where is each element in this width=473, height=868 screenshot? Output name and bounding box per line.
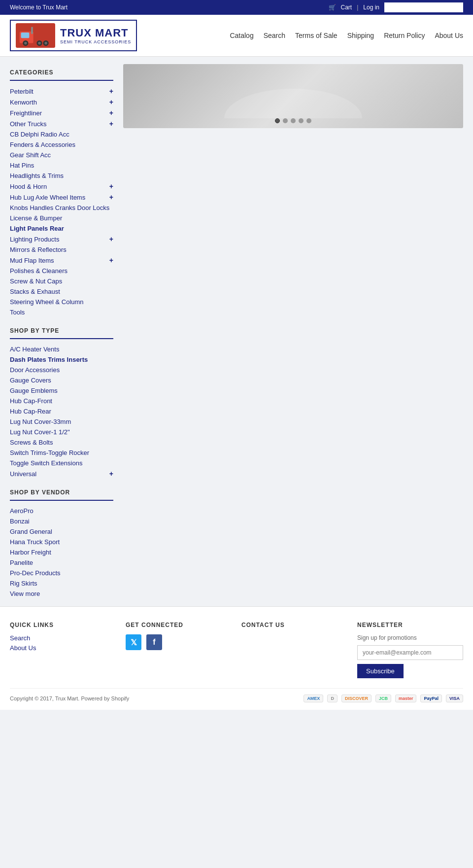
sidebar-link[interactable]: Door Accessories bbox=[10, 366, 60, 374]
sidebar-item[interactable]: Light Panels Rear bbox=[10, 223, 113, 234]
sidebar-link[interactable]: Mud Flap Items bbox=[10, 257, 54, 264]
vendor-item[interactable]: Panelite bbox=[10, 557, 113, 568]
nav-item-search[interactable]: Search bbox=[264, 29, 285, 42]
sidebar-item[interactable]: Gauge Emblems bbox=[10, 385, 113, 396]
nav-item-about-us[interactable]: About Us bbox=[435, 29, 463, 42]
expand-icon[interactable]: + bbox=[109, 182, 113, 190]
sidebar-item[interactable]: Stacks & Exhaust bbox=[10, 286, 113, 297]
vendor-link[interactable]: Pro-Dec Products bbox=[10, 569, 61, 577]
nav-item-return-policy[interactable]: Return Policy bbox=[384, 29, 425, 42]
carousel-dot-4[interactable] bbox=[306, 118, 311, 123]
sidebar-item[interactable]: Knobs Handles Cranks Door Locks bbox=[10, 203, 113, 213]
sidebar-link[interactable]: A/C Heater Vents bbox=[10, 346, 59, 353]
carousel-dot-1[interactable] bbox=[283, 118, 288, 123]
carousel-dot-3[interactable] bbox=[299, 118, 304, 123]
facebook-icon[interactable]: f bbox=[146, 634, 162, 650]
sidebar-link[interactable]: Steering Wheel & Column bbox=[10, 298, 84, 306]
sidebar-link[interactable]: Gauge Covers bbox=[10, 377, 51, 384]
sidebar-link[interactable]: Fenders & Accessories bbox=[10, 141, 75, 148]
sidebar-item[interactable]: Mirrors & Reflectors bbox=[10, 244, 113, 255]
sidebar-item[interactable]: Dash Plates Trims Inserts bbox=[10, 354, 113, 365]
sidebar-item[interactable]: Hood & Horn+ bbox=[10, 181, 113, 192]
search-input-top[interactable] bbox=[384, 2, 463, 12]
vendor-item[interactable]: Hana Truck Sport bbox=[10, 537, 113, 547]
quick-link[interactable]: About Us bbox=[10, 644, 116, 652]
vendor-link[interactable]: Rig Skirts bbox=[10, 580, 37, 587]
subscribe-button[interactable]: Subscribe bbox=[357, 664, 404, 678]
sidebar-item[interactable]: Polishes & Cleaners bbox=[10, 266, 113, 276]
nav-item-shipping[interactable]: Shipping bbox=[347, 29, 374, 42]
sidebar-link[interactable]: Dash Plates Trims Inserts bbox=[10, 356, 88, 363]
twitter-icon[interactable]: 𝕏 bbox=[126, 634, 141, 650]
sidebar-link[interactable]: Lighting Products bbox=[10, 236, 59, 243]
view-more-item[interactable]: View more bbox=[10, 589, 113, 599]
carousel-dot-2[interactable] bbox=[291, 118, 296, 123]
sidebar-link[interactable]: Universal bbox=[10, 470, 36, 478]
vendor-item[interactable]: Grand General bbox=[10, 526, 113, 537]
sidebar-link[interactable]: Kenworth bbox=[10, 99, 37, 106]
sidebar-link[interactable]: Light Panels Rear bbox=[10, 225, 64, 232]
expand-icon[interactable]: + bbox=[109, 87, 113, 95]
sidebar-item[interactable]: Gauge Covers bbox=[10, 375, 113, 385]
view-more-link[interactable]: View more bbox=[10, 590, 40, 597]
sidebar-item[interactable]: Hub Cap-Rear bbox=[10, 406, 113, 417]
sidebar-item[interactable]: Tools bbox=[10, 307, 113, 317]
sidebar-link[interactable]: Switch Trims-Toggle Rocker bbox=[10, 449, 89, 456]
sidebar-item[interactable]: Hat Pins bbox=[10, 160, 113, 171]
sidebar-item[interactable]: Universal+ bbox=[10, 468, 113, 479]
sidebar-link[interactable]: Other Trucks bbox=[10, 120, 46, 128]
sidebar-item[interactable]: Lug Nut Cover-33mm bbox=[10, 417, 113, 427]
sidebar-link[interactable]: Hood & Horn bbox=[10, 183, 47, 190]
sidebar-item[interactable]: Toggle Switch Extensions bbox=[10, 458, 113, 468]
sidebar-item[interactable]: Lighting Products+ bbox=[10, 234, 113, 244]
sidebar-link[interactable]: Tools bbox=[10, 309, 25, 316]
expand-icon[interactable]: + bbox=[109, 256, 113, 264]
vendor-link[interactable]: Grand General bbox=[10, 528, 52, 535]
sidebar-item[interactable]: Peterbilt+ bbox=[10, 86, 113, 97]
sidebar-item[interactable]: CB Delphi Radio Acc bbox=[10, 129, 113, 139]
vendor-item[interactable]: Pro-Dec Products bbox=[10, 568, 113, 578]
sidebar-item[interactable]: Lug Nut Cover-1 1/2" bbox=[10, 427, 113, 437]
sidebar-link[interactable]: Polishes & Cleaners bbox=[10, 267, 68, 275]
sidebar-item[interactable]: Fenders & Accessories bbox=[10, 139, 113, 150]
sidebar-link[interactable]: Hub Cap-Rear bbox=[10, 408, 51, 415]
vendor-link[interactable]: AeroPro bbox=[10, 507, 34, 515]
sidebar-item[interactable]: Headlights & Trims bbox=[10, 171, 113, 181]
sidebar-item[interactable]: Screw & Nut Caps bbox=[10, 276, 113, 286]
vendor-link[interactable]: Hana Truck Sport bbox=[10, 538, 60, 546]
sidebar-link[interactable]: CB Delphi Radio Acc bbox=[10, 131, 69, 138]
sidebar-link[interactable]: Toggle Switch Extensions bbox=[10, 459, 82, 467]
expand-icon[interactable]: + bbox=[109, 470, 113, 478]
expand-icon[interactable]: + bbox=[109, 120, 113, 128]
cart-link[interactable]: Cart bbox=[341, 4, 352, 11]
nav-item-catalog[interactable]: Catalog bbox=[230, 29, 253, 42]
sidebar-link[interactable]: Knobs Handles Cranks Door Locks bbox=[10, 204, 109, 211]
vendor-item[interactable]: Rig Skirts bbox=[10, 578, 113, 589]
sidebar-link[interactable]: License & Bumper bbox=[10, 214, 62, 222]
vendor-link[interactable]: Harbor Freight bbox=[10, 549, 51, 556]
nav-item-terms-of-sale[interactable]: Terms of Sale bbox=[295, 29, 338, 42]
vendor-link[interactable]: Bonzai bbox=[10, 518, 30, 525]
sidebar-item[interactable]: Mud Flap Items+ bbox=[10, 255, 113, 266]
quick-link[interactable]: Search bbox=[10, 634, 116, 642]
sidebar-item[interactable]: Freightliner+ bbox=[10, 107, 113, 118]
sidebar-link[interactable]: Lug Nut Cover-33mm bbox=[10, 418, 71, 425]
sidebar-link[interactable]: Peterbilt bbox=[10, 88, 34, 95]
sidebar-item[interactable]: Steering Wheel & Column bbox=[10, 297, 113, 307]
sidebar-link[interactable]: Freightliner bbox=[10, 109, 42, 117]
vendor-item[interactable]: AeroPro bbox=[10, 506, 113, 516]
sidebar-item[interactable]: A/C Heater Vents bbox=[10, 344, 113, 354]
sidebar-link[interactable]: Lug Nut Cover-1 1/2" bbox=[10, 428, 70, 436]
expand-icon[interactable]: + bbox=[109, 193, 113, 201]
sidebar-link[interactable]: Headlights & Trims bbox=[10, 172, 64, 179]
carousel-dot-0[interactable] bbox=[275, 118, 280, 123]
newsletter-email-input[interactable] bbox=[357, 645, 463, 660]
sidebar-item[interactable]: License & Bumper bbox=[10, 213, 113, 223]
sidebar-link[interactable]: Hub Lug Axle Wheel Items bbox=[10, 194, 85, 201]
vendor-link[interactable]: Panelite bbox=[10, 559, 33, 566]
sidebar-link[interactable]: Screws & Bolts bbox=[10, 439, 53, 446]
expand-icon[interactable]: + bbox=[109, 98, 113, 106]
sidebar-item[interactable]: Screws & Bolts bbox=[10, 437, 113, 448]
sidebar-link[interactable]: Mirrors & Reflectors bbox=[10, 246, 67, 253]
sidebar-item[interactable]: Switch Trims-Toggle Rocker bbox=[10, 448, 113, 458]
